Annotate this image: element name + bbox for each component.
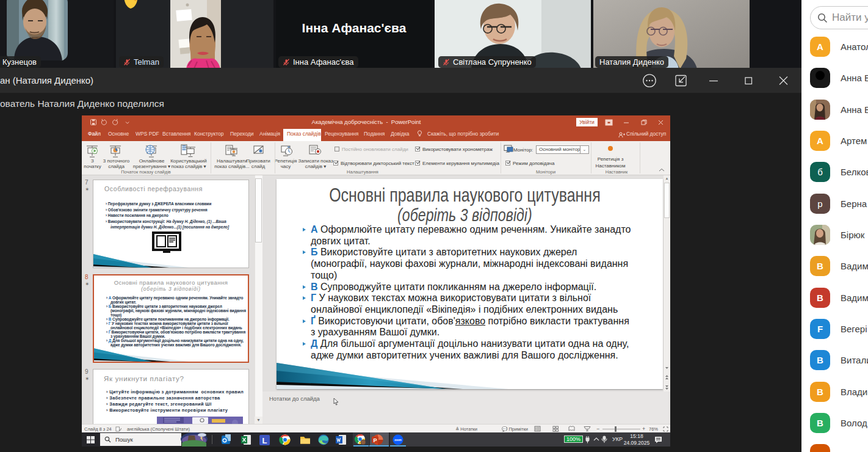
svg-text:zoom: zoom xyxy=(394,439,402,442)
svg-text:L: L xyxy=(262,436,267,445)
svg-text:P: P xyxy=(373,437,377,443)
